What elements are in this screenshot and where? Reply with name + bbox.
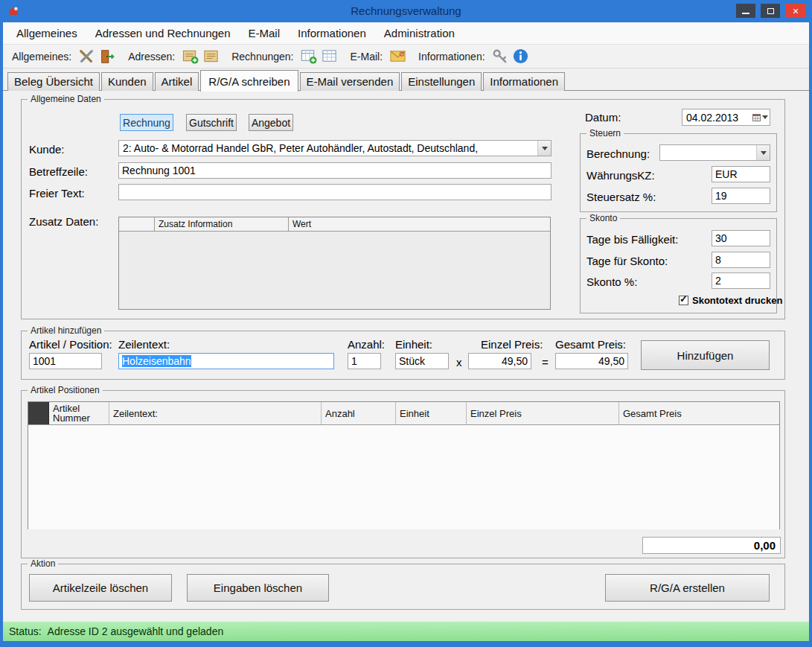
berechnung-label: Berechnung:	[586, 147, 650, 160]
artikel-positionen-table[interactable]: Artikel Nummer Zeilentext: Anzahl Einhei…	[28, 401, 780, 529]
toolbar-label-email: E-Mail:	[351, 51, 383, 63]
betreffzeile-value: Rechnung 1001	[122, 165, 196, 176]
menu-informationen[interactable]: Informationen	[289, 22, 375, 44]
tabstrip: Beleg Übersicht Kunden Artikel R/G/A sch…	[3, 68, 809, 91]
window-title: Rechnungsverwaltung	[0, 4, 812, 17]
minimize-icon	[742, 13, 749, 14]
gesamt-preis-input[interactable]: 49,50	[555, 353, 628, 369]
positionen-header-einheit: Einheit	[396, 402, 467, 424]
waehrungskz-input[interactable]: EUR	[712, 166, 770, 182]
freier-text-input[interactable]	[118, 184, 552, 200]
artikel-position-input[interactable]: 1001	[29, 353, 102, 369]
einzel-preis-value: 49,50	[502, 355, 528, 367]
positionen-table-header: Artikel Nummer Zeilentext: Anzahl Einhei…	[28, 402, 779, 425]
eingaben-loeschen-button[interactable]: Eingaben löschen	[187, 574, 329, 602]
zeilentext-label: Zeilentext:	[118, 338, 170, 351]
datum-input[interactable]: 04.02.2013	[682, 109, 770, 126]
invoice-add-icon[interactable]	[298, 46, 319, 67]
info-icon[interactable]	[511, 46, 531, 67]
close-button[interactable]	[785, 4, 806, 18]
artikelzeile-loeschen-button[interactable]: Artikelzeile löschen	[29, 574, 172, 602]
tools-icon[interactable]	[76, 46, 97, 67]
calendar-dropdown-icon[interactable]	[750, 109, 770, 125]
rga-erstellen-button[interactable]: R/G/A erstellen	[605, 574, 770, 602]
groupbox-aktion: Aktion Artikelzeile löschen Eingaben lös…	[21, 564, 785, 610]
email-stamp-icon[interactable]	[387, 46, 408, 67]
tage-skonto-label: Tage für Skonto:	[586, 255, 668, 267]
menu-adressen-und-rechnungen[interactable]: Adressen und Rechnungen	[86, 22, 240, 44]
steuersatz-input[interactable]: 19	[712, 188, 770, 204]
status-label: Status:	[9, 625, 42, 637]
chevron-down-icon[interactable]	[756, 145, 770, 160]
einheit-label: Einheit:	[395, 338, 432, 351]
tab-einstellungen[interactable]: Einstellungen	[401, 72, 482, 91]
groupbox-legend: Skonto	[586, 213, 620, 223]
groupbox-legend: Steuern	[586, 128, 624, 138]
datum-label: Datum:	[585, 111, 621, 124]
minimize-button[interactable]	[736, 4, 755, 18]
tab-kunden[interactable]: Kunden	[101, 72, 153, 91]
address-add-icon[interactable]	[179, 46, 200, 67]
waehrungskz-label: WährungsKZ:	[586, 169, 655, 182]
gesamt-summe-value: 0,00	[754, 539, 776, 552]
toolbar: Allgemeines: Adressen:	[3, 45, 809, 68]
zeilentext-input[interactable]: Holzeisenbahn	[118, 353, 334, 369]
equals-sign: =	[542, 356, 549, 369]
titlebar[interactable]: Rechnungsverwaltung	[0, 0, 812, 22]
tab-beleg-uebersicht[interactable]: Beleg Übersicht	[7, 72, 100, 91]
chevron-down-icon[interactable]	[537, 141, 551, 156]
skontotext-checkbox[interactable]: Skontotext drucken	[679, 295, 782, 306]
window-body: Allgemeines Adressen und Rechnungen E-Ma…	[3, 22, 809, 641]
gutschrift-button[interactable]: Gutschrift	[186, 114, 237, 131]
address-card-icon[interactable]	[200, 46, 221, 67]
tage-skonto-value: 8	[715, 254, 721, 266]
positionen-header-selector	[28, 402, 49, 424]
gesamt-preis-value: 49,50	[598, 355, 624, 367]
groupbox-skonto: Skonto Tage bis Fälligkeit: 30 Tage für …	[580, 218, 777, 313]
tab-artikel[interactable]: Artikel	[155, 72, 199, 91]
maximize-button[interactable]	[761, 4, 780, 18]
artikel-position-label: Artikel / Position:	[29, 338, 112, 351]
invoice-table-icon[interactable]	[319, 46, 340, 67]
betreffzeile-label: Betreffzeile:	[29, 165, 88, 178]
zusatz-header-wert: Wert	[289, 217, 550, 231]
berechnung-select[interactable]	[659, 144, 770, 161]
statusbar: Status: Adresse ID 2 ausgewählt und gela…	[3, 622, 809, 641]
einheit-input[interactable]: Stück	[395, 353, 449, 369]
toolbar-label-adressen: Adressen:	[128, 51, 175, 63]
kunde-selected-value: 2: Auto- & Motorrad Handel GbR, Peter Au…	[119, 142, 537, 154]
anzahl-input[interactable]: 1	[348, 353, 381, 369]
zusatz-daten-table[interactable]: Zusatz Information Wert	[118, 217, 551, 310]
skonto-prozent-value: 2	[715, 275, 721, 287]
skonto-prozent-label: Skonto %:	[586, 275, 637, 288]
kunde-label: Kunde:	[29, 143, 65, 156]
gesamt-preis-label: Gesamt Preis:	[555, 338, 626, 351]
kunde-select[interactable]: 2: Auto- & Motorrad Handel GbR, Peter Au…	[118, 140, 552, 156]
tab-page-rga-schreiben: Allgemeine Daten Rechnung Gutschrift Ang…	[3, 91, 809, 622]
tab-rga-schreiben[interactable]: R/G/A schreiben	[200, 70, 298, 92]
toolbar-label-informationen: Informationen:	[418, 51, 485, 63]
angebot-button[interactable]: Angebot	[249, 114, 293, 131]
steuersatz-value: 19	[715, 190, 727, 202]
tab-informationen[interactable]: Informationen	[483, 72, 565, 91]
groupbox-steuern: Steuern Berechnung: WährungsKZ: EUR Steu…	[580, 133, 777, 212]
tab-email-versenden[interactable]: E-Mail versenden	[300, 72, 400, 91]
rechnung-button[interactable]: Rechnung	[120, 114, 173, 131]
menu-email[interactable]: E-Mail	[240, 22, 290, 44]
positionen-table-body	[28, 425, 779, 529]
zeilentext-value: Holzeisenbahn	[122, 355, 191, 367]
exit-door-icon[interactable]	[97, 46, 118, 67]
einzel-preis-input[interactable]: 49,50	[468, 353, 531, 369]
menu-allgemeines[interactable]: Allgemeines	[7, 22, 86, 44]
groupbox-artikel-positionen: Artikel Positionen Artikel Nummer Zeilen…	[21, 390, 785, 558]
key-icon[interactable]	[490, 46, 511, 67]
betreffzeile-input[interactable]: Rechnung 1001	[118, 162, 552, 179]
tage-faelligkeit-input[interactable]: 30	[712, 230, 770, 246]
menu-administration[interactable]: Administration	[375, 22, 464, 44]
tage-faelligkeit-value: 30	[715, 232, 727, 244]
skonto-prozent-input[interactable]: 2	[712, 272, 770, 289]
hinzufuegen-button[interactable]: Hinzufügen	[641, 340, 770, 370]
menubar: Allgemeines Adressen und Rechnungen E-Ma…	[3, 22, 809, 45]
tage-skonto-input[interactable]: 8	[712, 252, 770, 268]
positionen-header-einzel-preis: Einzel Preis	[467, 402, 619, 424]
